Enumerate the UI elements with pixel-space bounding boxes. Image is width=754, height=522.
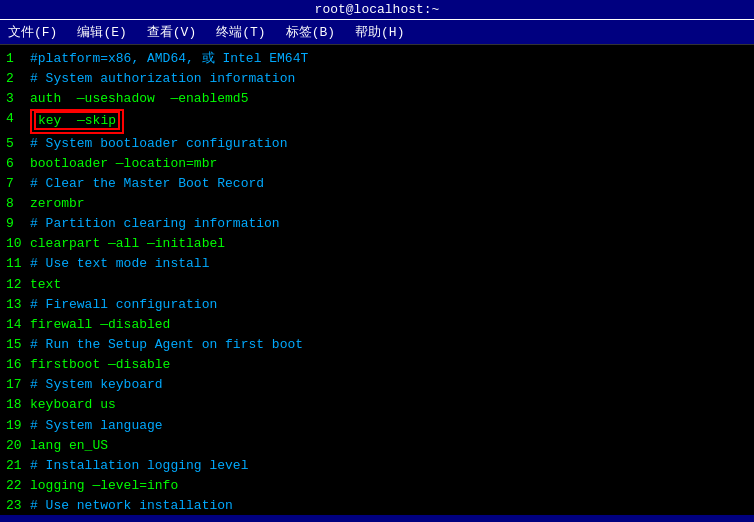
menu-terminal[interactable]: 终端(T) — [212, 22, 269, 42]
menu-view[interactable]: 查看(V) — [143, 22, 200, 42]
line-content: key —skip — [30, 109, 124, 133]
line-number: 22 — [6, 476, 30, 496]
table-row: 5 # System bootloader configuration — [6, 134, 748, 154]
line-content: # System keyboard — [30, 375, 163, 395]
line-number: 23 — [6, 496, 30, 515]
title-bar: root@localhost:~ — [0, 0, 754, 20]
line-content: # Use network installation — [30, 496, 233, 515]
line-number: 7 — [6, 174, 30, 194]
menu-bar: 文件(F) 编辑(E) 查看(V) 终端(T) 标签(B) 帮助(H) — [0, 20, 754, 45]
line-number: 14 — [6, 315, 30, 335]
table-row: 9 # Partition clearing information — [6, 214, 748, 234]
line-content: # Clear the Master Boot Record — [30, 174, 264, 194]
table-row: 3 auth —useshadow —enablemd5 — [6, 89, 748, 109]
line-number: 1 — [6, 49, 30, 69]
line-content: # Run the Setup Agent on first boot — [30, 335, 303, 355]
line-content: firewall —disabled — [30, 315, 170, 335]
line-number: 17 — [6, 375, 30, 395]
line-number: 15 — [6, 335, 30, 355]
line-number: 18 — [6, 395, 30, 415]
line-number: 19 — [6, 416, 30, 436]
line-content: bootloader —location=mbr — [30, 154, 217, 174]
table-row: 4 key —skip — [6, 109, 748, 133]
table-row: 20 lang en_US — [6, 436, 748, 456]
table-row: 12 text — [6, 275, 748, 295]
line-content: # Installation logging level — [30, 456, 248, 476]
line-number: 6 — [6, 154, 30, 174]
line-number: 11 — [6, 254, 30, 274]
line-content: zerombr — [30, 194, 85, 214]
line-number: 12 — [6, 275, 30, 295]
table-row: 11 # Use text mode install — [6, 254, 748, 274]
table-row: 13 # Firewall configuration — [6, 295, 748, 315]
line-number: 16 — [6, 355, 30, 375]
menu-file[interactable]: 文件(F) — [4, 22, 61, 42]
table-row: 2 # System authorization information — [6, 69, 748, 89]
line-number: 13 — [6, 295, 30, 315]
table-row: 21 # Installation logging level — [6, 456, 748, 476]
menu-tabs[interactable]: 标签(B) — [282, 22, 339, 42]
table-row: 19 # System language — [6, 416, 748, 436]
line-content: # Partition clearing information — [30, 214, 280, 234]
line-content: # System bootloader configuration — [30, 134, 287, 154]
table-row: 15 # Run the Setup Agent on first boot — [6, 335, 748, 355]
table-row: 6 bootloader —location=mbr — [6, 154, 748, 174]
line-number: 5 — [6, 134, 30, 154]
line-content: # Firewall configuration — [30, 295, 217, 315]
line-number: 20 — [6, 436, 30, 456]
title-text: root@localhost:~ — [315, 2, 440, 17]
line-content: lang en_US — [30, 436, 108, 456]
table-row: 18 keyboard us — [6, 395, 748, 415]
menu-help[interactable]: 帮助(H) — [351, 22, 408, 42]
line-number: 8 — [6, 194, 30, 214]
line-content: keyboard us — [30, 395, 116, 415]
table-row: 7 # Clear the Master Boot Record — [6, 174, 748, 194]
line-content: firstboot —disable — [30, 355, 170, 375]
table-row: 14 firewall —disabled — [6, 315, 748, 335]
line-number: 3 — [6, 89, 30, 109]
line-content: # System language — [30, 416, 163, 436]
menu-edit[interactable]: 编辑(E) — [73, 22, 130, 42]
line-content: clearpart —all —initlabel — [30, 234, 225, 254]
line-content: logging —level=info — [30, 476, 178, 496]
line-content: # System authorization information — [30, 69, 295, 89]
line-content: #platform=x86, AMD64, 或 Intel EM64T — [30, 49, 308, 69]
line-number: 4 — [6, 109, 30, 133]
table-row: 8 zerombr — [6, 194, 748, 214]
line-number: 21 — [6, 456, 30, 476]
line-number: 2 — [6, 69, 30, 89]
line-number: 10 — [6, 234, 30, 254]
line-content: # Use text mode install — [30, 254, 209, 274]
table-row: 10 clearpart —all —initlabel — [6, 234, 748, 254]
table-row: 16 firstboot —disable — [6, 355, 748, 375]
line-content: text — [30, 275, 61, 295]
table-row: 22 logging —level=info — [6, 476, 748, 496]
table-row: 1 #platform=x86, AMD64, 或 Intel EM64T — [6, 49, 748, 69]
table-row: 23 # Use network installation — [6, 496, 748, 515]
table-row: 17 # System keyboard — [6, 375, 748, 395]
line-content: auth —useshadow —enablemd5 — [30, 89, 248, 109]
terminal-body: 1 #platform=x86, AMD64, 或 Intel EM64T2 #… — [0, 45, 754, 515]
line-number: 9 — [6, 214, 30, 234]
